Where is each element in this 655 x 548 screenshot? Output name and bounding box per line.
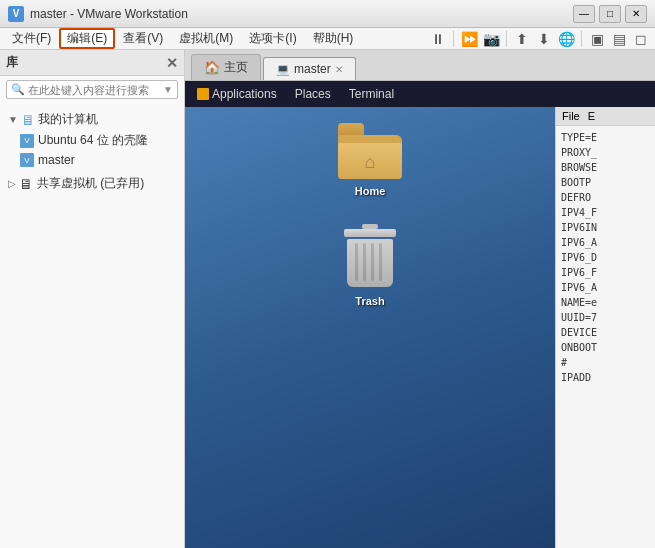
sidebar-item-ubuntu[interactable]: V Ubuntu 64 位 的壳隆 xyxy=(4,130,180,151)
snapshot-icon[interactable]: 📷 xyxy=(481,29,501,49)
home-icon-label: Home xyxy=(355,185,386,197)
menu-view[interactable]: 查看(V) xyxy=(115,28,171,49)
side-panel-line: IPV6_A xyxy=(561,280,650,295)
title-bar: V master - VMware Workstation — □ ✕ xyxy=(0,0,655,28)
home-folder-icon[interactable]: ⌂ Home xyxy=(338,123,402,197)
side-panel-line: IPV6_D xyxy=(561,250,650,265)
side-panel-line: TYPE=E xyxy=(561,130,650,145)
places-label: Places xyxy=(295,87,331,101)
sidebar-item-master[interactable]: V master xyxy=(4,151,180,169)
folder-front: ⌂ xyxy=(338,143,402,179)
window-title: master - VMware Workstation xyxy=(30,7,573,21)
network-icon[interactable]: 🌐 xyxy=(556,29,576,49)
ubuntu-desktop: Applications Places Terminal xyxy=(185,81,655,548)
search-icon: 🔍 xyxy=(11,83,25,96)
shared-icon: 🖥 xyxy=(19,176,33,192)
desktop-area: ⌂ Home xyxy=(185,107,655,548)
trash-line-3 xyxy=(371,243,374,281)
menu-help[interactable]: 帮助(H) xyxy=(305,28,362,49)
toolbar-icons: ⏸ ⏩ 📷 ⬆ ⬇ 🌐 ▣ ▤ ◻ xyxy=(428,29,651,49)
side-panel-line: BOOTP xyxy=(561,175,650,190)
tab-master-label: master xyxy=(294,62,331,76)
layout3-icon[interactable]: ◻ xyxy=(631,29,651,49)
sidebar-item-shared[interactable]: ▷ 🖥 共享虚拟机 (已弃用) xyxy=(4,173,180,194)
desktop-background: ⌂ Home xyxy=(185,107,555,548)
menu-vm[interactable]: 虚拟机(M) xyxy=(171,28,241,49)
terminal-label: Terminal xyxy=(349,87,394,101)
home-icon: 🏠 xyxy=(204,60,220,75)
sidebar-item-label: 我的计算机 xyxy=(38,111,98,128)
side-panel-line: IPADD xyxy=(561,370,650,385)
toolbar-divider-3 xyxy=(581,31,582,47)
pause-icon[interactable]: ⏸ xyxy=(428,29,448,49)
sidebar-item-label: 共享虚拟机 (已弃用) xyxy=(37,175,144,192)
trash-lid xyxy=(344,229,396,237)
trash-icon-label: Trash xyxy=(355,295,384,307)
layout2-icon[interactable]: ▤ xyxy=(609,29,629,49)
file-header: File xyxy=(562,110,580,122)
sidebar-item-my-computer[interactable]: ▼ 🖥 我的计算机 xyxy=(4,109,180,130)
layout1-icon[interactable]: ▣ xyxy=(587,29,607,49)
extra-header: E xyxy=(588,110,595,122)
side-panel-line: BROWSE xyxy=(561,160,650,175)
side-panel-line: IPV6_F xyxy=(561,265,650,280)
trash-body xyxy=(347,239,393,287)
sidebar: 库 ✕ 🔍 ▼ ▼ 🖥 我的计算机 V Ubuntu 64 位 的壳隆 V ma… xyxy=(0,50,185,548)
sidebar-title: 库 xyxy=(6,54,18,71)
sidebar-search-container[interactable]: 🔍 ▼ xyxy=(6,80,178,99)
tab-bar: 🏠 主页 💻 master ✕ xyxy=(185,50,655,81)
sidebar-close-button[interactable]: ✕ xyxy=(166,55,178,71)
vm-icon: V xyxy=(20,134,34,148)
folder-graphic: ⌂ xyxy=(338,123,402,179)
gnome-panel: Applications Places Terminal xyxy=(185,81,655,107)
side-panel-content: TYPE=EPROXY_BROWSEBOOTPDEFROIPV4_FIPV6IN… xyxy=(556,126,655,389)
window-controls: — □ ✕ xyxy=(573,5,647,23)
tab-home-label: 主页 xyxy=(224,59,248,76)
gnome-places-menu[interactable]: Places xyxy=(287,84,339,104)
menu-edit[interactable]: 编辑(E) xyxy=(59,28,115,49)
side-panel-line: PROXY_ xyxy=(561,145,650,160)
close-button[interactable]: ✕ xyxy=(625,5,647,23)
menu-bar: 文件(F) 编辑(E) 查看(V) 虚拟机(M) 选项卡(I) 帮助(H) ⏸ … xyxy=(0,28,655,50)
vm-icon: V xyxy=(20,153,34,167)
tab-master[interactable]: 💻 master ✕ xyxy=(263,57,356,80)
gnome-terminal-menu[interactable]: Terminal xyxy=(341,84,402,104)
app-icon: V xyxy=(8,6,24,22)
side-panel-header: File E xyxy=(556,107,655,126)
trash-icon[interactable]: Trash xyxy=(344,229,396,307)
search-input[interactable] xyxy=(28,84,160,96)
tab-home[interactable]: 🏠 主页 xyxy=(191,54,261,80)
expand-icon: ▼ xyxy=(8,114,18,125)
trash-line-2 xyxy=(363,243,366,281)
trash-line-1 xyxy=(355,243,358,281)
tab-close-icon[interactable]: ✕ xyxy=(335,64,343,75)
down-icon[interactable]: ⬇ xyxy=(534,29,554,49)
applications-label: Applications xyxy=(212,87,277,101)
main-layout: 库 ✕ 🔍 ▼ ▼ 🖥 我的计算机 V Ubuntu 64 位 的壳隆 V ma… xyxy=(0,50,655,548)
side-panel-line: UUID=7 xyxy=(561,310,650,325)
menu-file[interactable]: 文件(F) xyxy=(4,28,59,49)
sidebar-tree: ▼ 🖥 我的计算机 V Ubuntu 64 位 的壳隆 V master ▷ 🖥… xyxy=(0,103,184,548)
content-area: 🏠 主页 💻 master ✕ Applications Places xyxy=(185,50,655,548)
forward-icon[interactable]: ⏩ xyxy=(459,29,479,49)
maximize-button[interactable]: □ xyxy=(599,5,621,23)
side-panel-line: DEFRO xyxy=(561,190,650,205)
folder-home-symbol: ⌂ xyxy=(365,152,376,173)
toolbar-divider-2 xyxy=(506,31,507,47)
vm-tab-icon: 💻 xyxy=(276,63,290,76)
up-icon[interactable]: ⬆ xyxy=(512,29,532,49)
search-dropdown-icon[interactable]: ▼ xyxy=(163,84,173,95)
minimize-button[interactable]: — xyxy=(573,5,595,23)
side-panel-line: IPV4_F xyxy=(561,205,650,220)
side-panel-line: # xyxy=(561,355,650,370)
computer-icon: 🖥 xyxy=(21,112,35,128)
sidebar-item-label: master xyxy=(38,153,75,167)
apps-icon xyxy=(197,88,209,100)
expand-icon: ▷ xyxy=(8,178,16,189)
side-panel-line: ONBOOT xyxy=(561,340,650,355)
menu-tabs[interactable]: 选项卡(I) xyxy=(241,28,304,49)
side-panel-line: IPV6_A xyxy=(561,235,650,250)
sidebar-header: 库 ✕ xyxy=(0,50,184,76)
trash-line-4 xyxy=(379,243,382,281)
gnome-applications-menu[interactable]: Applications xyxy=(189,84,285,104)
